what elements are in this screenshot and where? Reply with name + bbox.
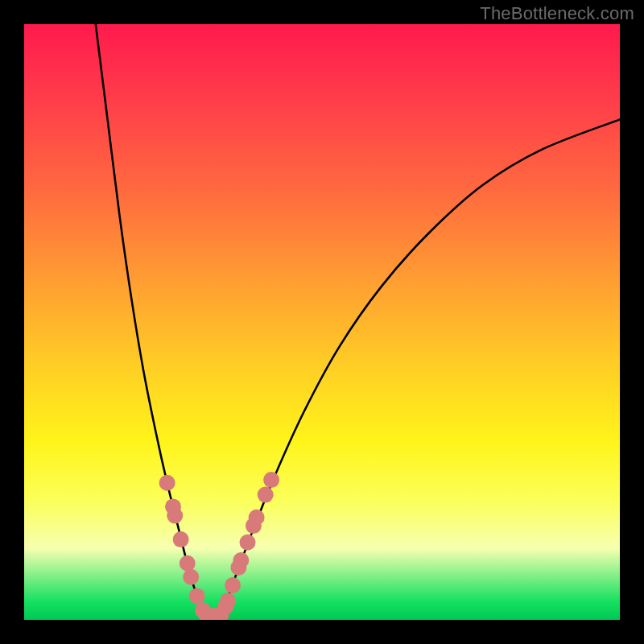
marker-dot	[189, 588, 205, 604]
marker-dot	[220, 592, 236, 609]
marker-dot	[167, 508, 183, 524]
marker-dot	[180, 555, 196, 572]
marker-dot	[240, 535, 256, 551]
marker-dot	[249, 510, 265, 526]
marker-dot	[263, 472, 279, 488]
marker-dot	[225, 577, 241, 593]
marker-dot	[183, 569, 199, 585]
highlight-markers	[159, 472, 280, 620]
curve-layer	[24, 24, 620, 620]
plot-area	[24, 24, 620, 620]
curve-left-branch	[96, 24, 206, 617]
marker-dot	[233, 552, 249, 568]
marker-dot	[159, 475, 175, 491]
chart-frame: TheBottleneck.com	[0, 0, 644, 644]
marker-dot	[173, 531, 189, 547]
marker-dot	[258, 487, 274, 503]
watermark-text: TheBottleneck.com	[480, 3, 634, 24]
curve-right-branch	[221, 119, 620, 617]
